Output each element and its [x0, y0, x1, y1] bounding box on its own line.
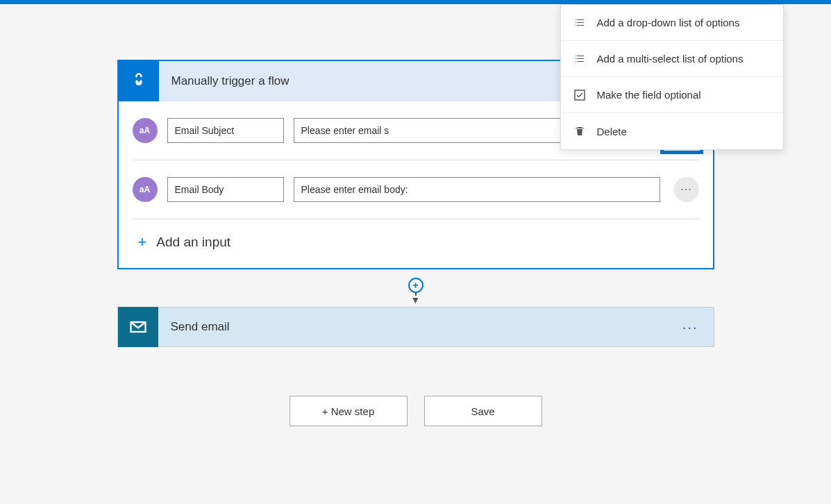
field-context-menu: Add a drop-down list of options Add a mu… — [560, 4, 784, 150]
action-menu-button[interactable]: ··· — [682, 319, 698, 335]
save-button[interactable]: Save — [424, 396, 542, 426]
menu-item-make-optional[interactable]: Make the field optional — [561, 77, 783, 113]
checkbox-icon — [573, 89, 586, 101]
trigger-icon — [119, 61, 159, 101]
menu-item-dropdown-list[interactable]: Add a drop-down list of options — [561, 5, 783, 41]
menu-item-label: Add a multi-select list of options — [597, 53, 744, 65]
action-title: Send email — [158, 320, 682, 334]
mail-icon — [118, 307, 158, 347]
menu-item-label: Delete — [597, 126, 627, 137]
field-name-input[interactable]: Email Body — [167, 177, 284, 202]
arrow-down-icon: ▼ — [411, 294, 421, 305]
field-menu-button[interactable]: ··· — [674, 177, 699, 202]
insert-step-button[interactable]: + — [408, 278, 423, 293]
menu-item-label: Add a drop-down list of options — [597, 17, 740, 28]
new-step-button[interactable]: + New step — [289, 396, 408, 426]
menu-item-multiselect-list[interactable]: Add a multi-select list of options — [561, 41, 783, 77]
text-type-icon: aA — [133, 118, 158, 143]
trash-icon — [573, 125, 586, 137]
add-input-label: Add an input — [156, 235, 230, 250]
add-input-button[interactable]: + Add an input — [133, 219, 699, 254]
field-prompt-input[interactable]: Please enter email body: — [294, 177, 660, 202]
menu-item-label: Make the field optional — [597, 89, 701, 101]
text-type-icon: aA — [133, 177, 158, 202]
field-row-body: aA Email Body Please enter email body: ·… — [133, 160, 699, 219]
footer-actions: + New step Save — [117, 396, 714, 447]
action-card-send-email[interactable]: Send email ··· — [117, 307, 714, 347]
field-name-input[interactable]: Email Subject — [167, 118, 284, 143]
menu-item-delete[interactable]: Delete — [561, 113, 783, 149]
plus-icon: + — [138, 233, 147, 251]
list-icon — [573, 17, 586, 29]
list-icon — [573, 53, 586, 65]
connector: + ▼ — [117, 269, 714, 307]
